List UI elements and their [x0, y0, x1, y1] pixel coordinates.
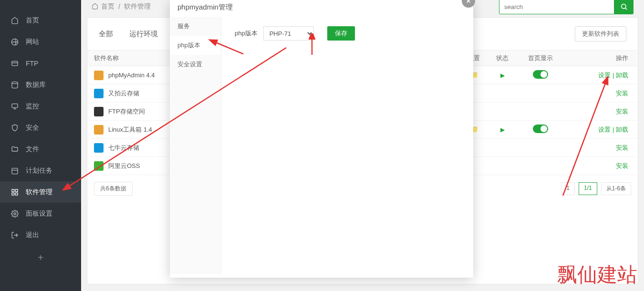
sidebar-label: 计划任务	[26, 166, 52, 175]
cell-home[interactable]	[517, 70, 564, 80]
ftp-icon	[10, 59, 19, 68]
globe-icon	[10, 38, 19, 46]
app-name: 七牛云存储	[108, 144, 139, 152]
monitor-icon	[10, 102, 19, 111]
page-range: 从1-6条	[601, 182, 631, 195]
svg-rect-6	[15, 189, 18, 192]
cell-status[interactable]: ▶	[488, 72, 517, 79]
modal-body: 服务 php版本 安全设置 php版本 PHP-71 保存	[170, 17, 473, 274]
svg-rect-8	[15, 193, 18, 195]
cell-status[interactable]: ▶	[488, 126, 517, 133]
sidebar-item-logout[interactable]: 退出	[0, 224, 81, 246]
cell-op[interactable]: 安装	[564, 107, 638, 116]
app-icon	[94, 143, 104, 153]
sidebar-label: 监控	[26, 102, 39, 111]
sidebar-item-home[interactable]: 首页	[0, 10, 81, 31]
play-icon[interactable]: ▶	[500, 72, 505, 79]
toggle-switch[interactable]	[533, 70, 548, 79]
cell-op[interactable]: 安装	[564, 89, 638, 98]
cell-op[interactable]: 安装	[564, 162, 638, 170]
svg-rect-1	[12, 61, 18, 65]
page-num[interactable]: 1	[561, 182, 575, 195]
breadcrumb-current: 软件管理	[124, 2, 151, 11]
app-icon	[94, 89, 104, 98]
grid-icon	[10, 188, 19, 197]
sidebar-item-monitor[interactable]: 监控	[0, 95, 81, 117]
folder-icon	[10, 145, 19, 154]
form-row: php版本 PHP-71 保存	[235, 26, 460, 41]
sidebar-item-ftp[interactable]: FTP	[0, 52, 81, 74]
modal-tab-security[interactable]: 安全设置	[170, 55, 221, 74]
gear-icon	[10, 209, 19, 218]
app-icon	[94, 107, 104, 116]
th-status: 状态	[488, 54, 517, 62]
cell-op[interactable]: 设置 | 卸载	[564, 71, 638, 80]
sidebar-label: 文件	[26, 145, 39, 154]
update-list-button[interactable]: 更新软件列表	[575, 26, 626, 42]
play-icon[interactable]: ▶	[500, 126, 505, 133]
tab-runtime[interactable]: 运行环境	[129, 30, 158, 39]
home-icon	[92, 3, 98, 11]
sidebar-label: 网站	[26, 38, 39, 46]
svg-rect-7	[12, 193, 14, 195]
sidebar-item-website[interactable]: 网站	[0, 31, 81, 52]
search-button[interactable]	[614, 0, 634, 14]
app-name: FTP存储空间	[108, 107, 145, 116]
home-icon	[10, 16, 19, 25]
modal-tab-service[interactable]: 服务	[170, 17, 221, 36]
cell-op[interactable]: 安装	[564, 144, 638, 152]
search-icon	[620, 3, 628, 10]
svg-point-10	[622, 4, 626, 9]
app-name: 又拍云存储	[108, 89, 139, 98]
form-label: php版本	[235, 29, 258, 38]
svg-rect-5	[12, 189, 14, 192]
svg-point-2	[12, 82, 18, 83]
app-name: Linux工具箱 1.4	[108, 125, 152, 134]
sidebar-item-settings[interactable]: 面板设置	[0, 203, 81, 224]
app-name: phpMyAdmin 4.4	[108, 72, 155, 79]
app-icon	[94, 125, 104, 135]
cell-home[interactable]	[517, 125, 564, 135]
svg-rect-4	[12, 168, 18, 174]
sidebar-item-cron[interactable]: 计划任务	[0, 160, 81, 181]
app-icon	[94, 161, 104, 171]
sidebar-label: FTP	[26, 60, 38, 67]
breadcrumb-home[interactable]: 首页	[101, 2, 114, 11]
app-name: 阿里云OSS	[108, 162, 140, 170]
sidebar-add[interactable]: +	[0, 248, 81, 267]
save-button[interactable]: 保存	[327, 26, 355, 41]
sidebar-label: 首页	[26, 16, 39, 25]
sidebar-item-database[interactable]: 数据库	[0, 74, 81, 95]
modal-title: phpmyadmin管理	[170, 0, 473, 17]
breadcrumb-sep: /	[118, 3, 120, 10]
sidebar-label: 面板设置	[26, 209, 52, 218]
app-icon	[94, 71, 104, 80]
cell-op[interactable]: 设置 | 卸载	[564, 125, 638, 134]
page-total: 1/1	[579, 182, 597, 195]
modal: phpmyadmin管理 服务 php版本 安全设置 php版本 PHP-71 …	[170, 0, 473, 278]
php-version-select[interactable]: PHP-71	[263, 26, 314, 41]
tab-all[interactable]: 全部	[99, 30, 113, 39]
row-count: 共6条数据	[94, 182, 133, 196]
sidebar-item-software[interactable]: 软件管理	[0, 181, 81, 203]
sidebar-label: 安全	[26, 124, 39, 132]
modal-content: php版本 PHP-71 保存	[221, 17, 473, 274]
sidebar-label: 数据库	[26, 81, 46, 89]
search-input[interactable]	[499, 0, 614, 14]
th-home: 首页显示	[517, 54, 564, 62]
sidebar: 首页 网站 FTP 数据库 监控 安全 文件 计划任务 软件管理 面板设置 退出…	[0, 0, 81, 291]
toggle-switch[interactable]	[533, 125, 548, 133]
calendar-icon	[10, 166, 19, 175]
modal-tabs: 服务 php版本 安全设置	[170, 17, 221, 274]
search-wrap	[499, 0, 634, 14]
sidebar-item-security[interactable]: 安全	[0, 117, 81, 138]
modal-tab-phpver[interactable]: php版本	[170, 36, 221, 55]
sidebar-item-files[interactable]: 文件	[0, 138, 81, 160]
pager: 1 1/1 从1-6条	[561, 182, 631, 195]
sidebar-label: 软件管理	[26, 188, 52, 197]
svg-rect-3	[12, 104, 18, 107]
th-op: 操作	[564, 54, 638, 62]
close-icon	[465, 0, 472, 4]
logout-icon	[10, 231, 19, 239]
database-icon	[10, 81, 19, 89]
